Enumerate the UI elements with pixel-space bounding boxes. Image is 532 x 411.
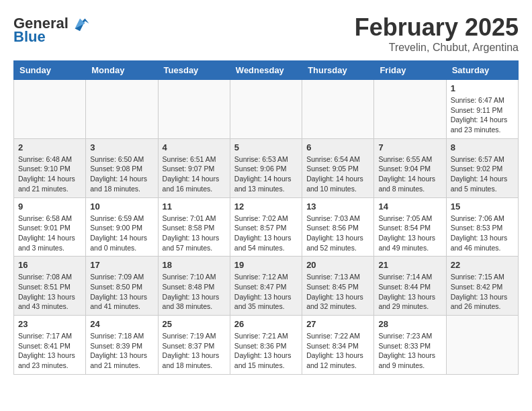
day-number: 18 — [163, 260, 226, 270]
calendar-week-row: 1Sunrise: 6:47 AM Sunset: 9:11 PM Daylig… — [14, 80, 519, 139]
day-info: Sunrise: 7:21 AM Sunset: 8:36 PM Dayligh… — [234, 331, 298, 371]
day-number: 23 — [18, 319, 81, 329]
page-header: General Blue February 2025 Trevelin, Chu… — [13, 13, 519, 54]
day-info: Sunrise: 6:59 AM Sunset: 9:00 PM Dayligh… — [90, 214, 153, 253]
logo-blue: Blue — [13, 28, 46, 46]
logo-icon — [70, 13, 90, 34]
table-row — [158, 80, 230, 139]
day-info: Sunrise: 6:51 AM Sunset: 9:07 PM Dayligh… — [163, 154, 226, 194]
day-info: Sunrise: 7:13 AM Sunset: 8:45 PM Dayligh… — [306, 272, 369, 312]
day-number: 15 — [451, 201, 514, 212]
day-info: Sunrise: 6:54 AM Sunset: 9:05 PM Dayligh… — [306, 154, 369, 194]
table-row — [446, 316, 518, 375]
table-row: 28Sunrise: 7:23 AM Sunset: 8:33 PM Dayli… — [374, 316, 446, 375]
day-number: 17 — [90, 260, 153, 270]
table-row: 2Sunrise: 6:48 AM Sunset: 9:10 PM Daylig… — [14, 138, 86, 197]
day-info: Sunrise: 7:06 AM Sunset: 8:53 PM Dayligh… — [451, 214, 514, 253]
header-wednesday: Wednesday — [230, 61, 302, 80]
day-info: Sunrise: 7:02 AM Sunset: 8:57 PM Dayligh… — [234, 214, 298, 253]
table-row: 27Sunrise: 7:22 AM Sunset: 8:34 PM Dayli… — [302, 316, 374, 375]
table-row: 20Sunrise: 7:13 AM Sunset: 8:45 PM Dayli… — [302, 257, 374, 316]
table-row: 15Sunrise: 7:06 AM Sunset: 8:53 PM Dayli… — [446, 197, 518, 257]
day-number: 5 — [234, 142, 298, 152]
day-info: Sunrise: 6:47 AM Sunset: 9:11 PM Dayligh… — [451, 95, 514, 135]
table-row: 3Sunrise: 6:50 AM Sunset: 9:08 PM Daylig… — [86, 138, 158, 197]
day-number: 19 — [234, 260, 298, 270]
title-area: February 2025 Trevelin, Chubut, Argentin… — [355, 13, 519, 54]
table-row — [230, 80, 302, 139]
day-number: 7 — [378, 142, 441, 152]
table-row: 21Sunrise: 7:14 AM Sunset: 8:44 PM Dayli… — [374, 257, 446, 316]
day-info: Sunrise: 7:15 AM Sunset: 8:42 PM Dayligh… — [451, 272, 514, 312]
day-info: Sunrise: 7:17 AM Sunset: 8:41 PM Dayligh… — [18, 331, 81, 371]
day-info: Sunrise: 7:10 AM Sunset: 8:48 PM Dayligh… — [163, 272, 226, 312]
table-row: 16Sunrise: 7:08 AM Sunset: 8:51 PM Dayli… — [14, 257, 86, 316]
day-number: 6 — [306, 142, 369, 152]
day-info: Sunrise: 7:09 AM Sunset: 8:50 PM Dayligh… — [90, 272, 153, 312]
table-row: 12Sunrise: 7:02 AM Sunset: 8:57 PM Dayli… — [230, 197, 302, 257]
logo: General Blue — [13, 13, 90, 46]
day-number: 12 — [234, 201, 298, 212]
day-number: 2 — [18, 142, 81, 152]
table-row: 13Sunrise: 7:03 AM Sunset: 8:56 PM Dayli… — [302, 197, 374, 257]
table-row — [302, 80, 374, 139]
table-row — [86, 80, 158, 139]
table-row: 1Sunrise: 6:47 AM Sunset: 9:11 PM Daylig… — [446, 80, 518, 139]
day-number: 16 — [18, 260, 81, 270]
table-row: 23Sunrise: 7:17 AM Sunset: 8:41 PM Dayli… — [14, 316, 86, 375]
day-number: 3 — [90, 142, 153, 152]
table-row — [14, 80, 86, 139]
day-number: 10 — [90, 201, 153, 212]
day-number: 9 — [18, 201, 81, 212]
day-number: 24 — [90, 319, 153, 329]
header-tuesday: Tuesday — [158, 61, 230, 80]
header-monday: Monday — [86, 61, 158, 80]
day-info: Sunrise: 7:18 AM Sunset: 8:39 PM Dayligh… — [90, 331, 153, 371]
table-row: 22Sunrise: 7:15 AM Sunset: 8:42 PM Dayli… — [446, 257, 518, 316]
day-number: 13 — [306, 201, 369, 212]
header-friday: Friday — [374, 61, 446, 80]
table-row: 17Sunrise: 7:09 AM Sunset: 8:50 PM Dayli… — [86, 257, 158, 316]
day-number: 4 — [163, 142, 226, 152]
calendar-week-row: 2Sunrise: 6:48 AM Sunset: 9:10 PM Daylig… — [14, 138, 519, 197]
day-info: Sunrise: 6:48 AM Sunset: 9:10 PM Dayligh… — [18, 154, 81, 194]
day-info: Sunrise: 6:58 AM Sunset: 9:01 PM Dayligh… — [18, 214, 81, 253]
header-saturday: Saturday — [446, 61, 518, 80]
table-row: 6Sunrise: 6:54 AM Sunset: 9:05 PM Daylig… — [302, 138, 374, 197]
day-number: 28 — [378, 319, 441, 329]
table-row: 5Sunrise: 6:53 AM Sunset: 9:06 PM Daylig… — [230, 138, 302, 197]
location-title: Trevelin, Chubut, Argentina — [355, 42, 519, 54]
table-row: 7Sunrise: 6:55 AM Sunset: 9:04 PM Daylig… — [374, 138, 446, 197]
day-info: Sunrise: 6:53 AM Sunset: 9:06 PM Dayligh… — [234, 154, 298, 194]
header-thursday: Thursday — [302, 61, 374, 80]
day-info: Sunrise: 7:14 AM Sunset: 8:44 PM Dayligh… — [378, 272, 441, 312]
day-info: Sunrise: 7:23 AM Sunset: 8:33 PM Dayligh… — [378, 331, 441, 371]
table-row: 14Sunrise: 7:05 AM Sunset: 8:54 PM Dayli… — [374, 197, 446, 257]
month-title: February 2025 — [355, 13, 519, 42]
day-number: 8 — [451, 142, 514, 152]
calendar-week-row: 16Sunrise: 7:08 AM Sunset: 8:51 PM Dayli… — [14, 257, 519, 316]
table-row: 19Sunrise: 7:12 AM Sunset: 8:47 PM Dayli… — [230, 257, 302, 316]
day-info: Sunrise: 6:50 AM Sunset: 9:08 PM Dayligh… — [90, 154, 153, 194]
day-number: 27 — [306, 319, 369, 329]
table-row: 18Sunrise: 7:10 AM Sunset: 8:48 PM Dayli… — [158, 257, 230, 316]
day-number: 1 — [451, 83, 514, 93]
calendar-table: Sunday Monday Tuesday Wednesday Thursday… — [13, 60, 519, 375]
day-info: Sunrise: 6:55 AM Sunset: 9:04 PM Dayligh… — [378, 154, 441, 194]
day-number: 20 — [306, 260, 369, 270]
day-number: 25 — [163, 319, 226, 329]
table-row: 26Sunrise: 7:21 AM Sunset: 8:36 PM Dayli… — [230, 316, 302, 375]
table-row — [374, 80, 446, 139]
day-info: Sunrise: 6:57 AM Sunset: 9:02 PM Dayligh… — [451, 154, 514, 194]
day-info: Sunrise: 7:12 AM Sunset: 8:47 PM Dayligh… — [234, 272, 298, 312]
table-row: 8Sunrise: 6:57 AM Sunset: 9:02 PM Daylig… — [446, 138, 518, 197]
day-info: Sunrise: 7:05 AM Sunset: 8:54 PM Dayligh… — [378, 214, 441, 253]
day-number: 26 — [234, 319, 298, 329]
table-row: 9Sunrise: 6:58 AM Sunset: 9:01 PM Daylig… — [14, 197, 86, 257]
calendar-week-row: 9Sunrise: 6:58 AM Sunset: 9:01 PM Daylig… — [14, 197, 519, 257]
table-row: 24Sunrise: 7:18 AM Sunset: 8:39 PM Dayli… — [86, 316, 158, 375]
calendar-week-row: 23Sunrise: 7:17 AM Sunset: 8:41 PM Dayli… — [14, 316, 519, 375]
table-row: 4Sunrise: 6:51 AM Sunset: 9:07 PM Daylig… — [158, 138, 230, 197]
day-number: 22 — [451, 260, 514, 270]
day-info: Sunrise: 7:01 AM Sunset: 8:58 PM Dayligh… — [163, 214, 226, 253]
